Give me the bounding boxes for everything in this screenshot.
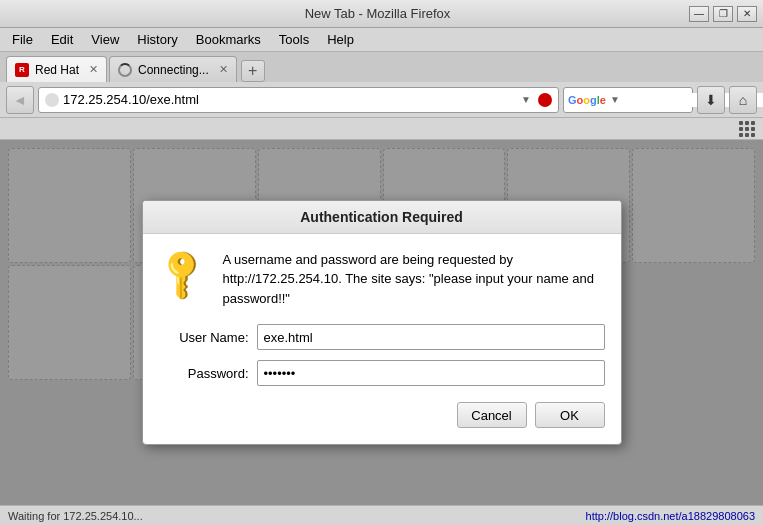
tab-redhat[interactable]: R Red Hat ✕ xyxy=(6,56,107,82)
dialog-title: Authentication Required xyxy=(143,201,621,234)
tab-close-redhat[interactable]: ✕ xyxy=(89,63,98,76)
dialog-message: A username and password are being reques… xyxy=(223,250,605,309)
menu-tools[interactable]: Tools xyxy=(271,30,317,49)
new-tab-button[interactable]: + xyxy=(241,60,265,82)
nav-bar: ◄ 172.25.254.10/exe.html ▼ Google ▼ 🔍 ⬇ … xyxy=(0,82,763,118)
window-title: New Tab - Mozilla Firefox xyxy=(66,6,689,21)
menu-history[interactable]: History xyxy=(129,30,185,49)
tab-favicon-redhat: R xyxy=(15,63,29,77)
tab-close-connecting[interactable]: ✕ xyxy=(219,63,228,76)
address-bar[interactable]: 172.25.254.10/exe.html ▼ xyxy=(38,87,559,113)
home-button[interactable]: ⌂ xyxy=(729,86,757,114)
username-input[interactable] xyxy=(257,324,605,350)
ok-button[interactable]: OK xyxy=(535,402,605,428)
username-label: User Name: xyxy=(159,330,249,345)
password-input[interactable] xyxy=(257,360,605,386)
close-button[interactable]: ✕ xyxy=(737,6,757,22)
back-button[interactable]: ◄ xyxy=(6,86,34,114)
menu-help[interactable]: Help xyxy=(319,30,362,49)
dialog-body: 🔑 A username and password are being requ… xyxy=(143,234,621,445)
address-text: 172.25.254.10/exe.html xyxy=(63,92,514,107)
status-bar: Waiting for 172.25.254.10... http://blog… xyxy=(0,505,763,525)
search-bar[interactable]: Google ▼ 🔍 xyxy=(563,87,693,113)
tab-connecting[interactable]: Connecting... ✕ xyxy=(109,56,237,82)
address-host: 172.25.254.10 xyxy=(63,92,146,107)
cancel-button[interactable]: Cancel xyxy=(457,402,527,428)
tab-bar: R Red Hat ✕ Connecting... ✕ + xyxy=(0,52,763,82)
address-path: /exe.html xyxy=(146,92,199,107)
bookmarks-bar xyxy=(0,118,763,140)
menu-file[interactable]: File xyxy=(4,30,41,49)
dialog-overlay: Authentication Required 🔑 A username and… xyxy=(0,140,763,505)
menu-bar: File Edit View History Bookmarks Tools H… xyxy=(0,28,763,52)
tab-label-connecting: Connecting... xyxy=(138,63,209,77)
auth-dialog: Authentication Required 🔑 A username and… xyxy=(142,200,622,446)
menu-bookmarks[interactable]: Bookmarks xyxy=(188,30,269,49)
tab-label-redhat: Red Hat xyxy=(35,63,79,77)
window-controls: — ❐ ✕ xyxy=(689,6,757,22)
status-left: Waiting for 172.25.254.10... xyxy=(8,510,143,522)
browser-window: New Tab - Mozilla Firefox — ❐ ✕ File Edi… xyxy=(0,0,763,525)
password-label: Password: xyxy=(159,366,249,381)
record-button[interactable] xyxy=(538,93,552,107)
apps-icon[interactable] xyxy=(739,121,755,137)
restore-button[interactable]: ❐ xyxy=(713,6,733,22)
key-icon: 🔑 xyxy=(159,250,207,298)
dialog-message-row: 🔑 A username and password are being requ… xyxy=(159,250,605,309)
address-dropdown-button[interactable]: ▼ xyxy=(518,87,534,113)
download-button[interactable]: ⬇ xyxy=(697,86,725,114)
title-bar: New Tab - Mozilla Firefox — ❐ ✕ xyxy=(0,0,763,28)
menu-view[interactable]: View xyxy=(83,30,127,49)
status-right: http://blog.csdn.net/a18829808063 xyxy=(586,510,755,522)
search-dropdown-button[interactable]: ▼ xyxy=(610,87,620,113)
dialog-form: User Name: Password: xyxy=(159,324,605,386)
dialog-buttons: Cancel OK xyxy=(159,402,605,436)
browser-content: Authentication Required 🔑 A username and… xyxy=(0,140,763,505)
search-engine-logo: Google xyxy=(568,94,606,106)
menu-edit[interactable]: Edit xyxy=(43,30,81,49)
tab-favicon-connecting xyxy=(118,63,132,77)
address-security-icon xyxy=(45,93,59,107)
minimize-button[interactable]: — xyxy=(689,6,709,22)
